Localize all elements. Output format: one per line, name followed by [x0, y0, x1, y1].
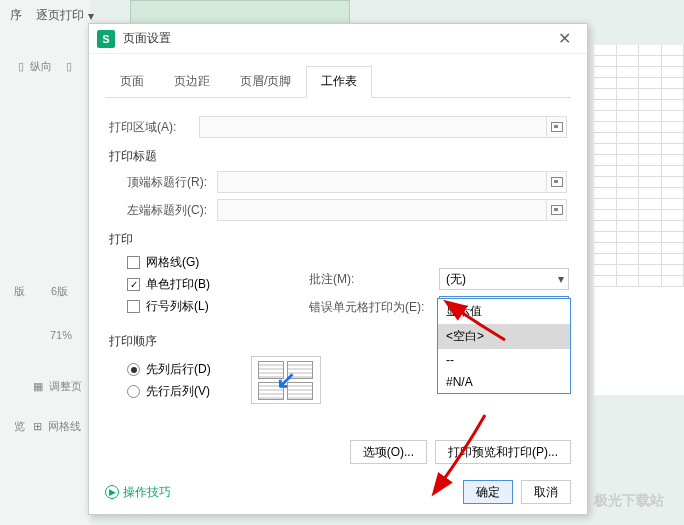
background-toolbar: 序 逐页打印 ▾ [10, 5, 100, 26]
top-title-row-label: 顶端标题行(R): [127, 174, 217, 191]
comments-select[interactable]: (无) [439, 268, 569, 290]
document-icon: ▯ [66, 60, 72, 73]
action-buttons: 选项(O)... 打印预览和打印(P)... [350, 440, 571, 464]
left-title-range-button[interactable] [547, 199, 567, 221]
comments-label: 批注(M): [309, 271, 439, 288]
toolbar-label: 序 [10, 7, 22, 24]
errors-dropdown-list: 显示值 <空白> -- #N/A [437, 298, 571, 394]
options-button[interactable]: 选项(O)... [350, 440, 427, 464]
print-titles-section: 打印标题 [109, 148, 567, 165]
print-order-diagram: ↙ [251, 356, 321, 404]
order-over-then-down-row[interactable]: 先行后列(V) [127, 383, 211, 400]
order-over-then-down-label: 先行后列(V) [146, 383, 210, 400]
grid-icon: ⊞ [33, 420, 42, 433]
close-button[interactable]: ✕ [549, 26, 579, 52]
tab-page[interactable]: 页面 [105, 66, 159, 97]
zoom-level[interactable]: 71% [42, 325, 80, 345]
dialog-titlebar: S 页面设置 ✕ [89, 24, 587, 54]
print-area-label: 打印区域(A): [109, 119, 199, 136]
order-down-then-over-label: 先列后行(D) [146, 361, 211, 378]
orientation-label: 纵向 [30, 59, 52, 74]
page-print-dropdown-label: 逐页打印 [36, 7, 84, 24]
rowcol-headings-checkbox-label: 行号列标(L) [146, 298, 209, 315]
errors-label: 错误单元格打印为(E): [309, 299, 439, 316]
monochrome-checkbox[interactable] [127, 278, 140, 291]
range-select-icon [551, 177, 563, 187]
print-area-input[interactable] [199, 116, 547, 138]
background-sidebar [0, 0, 90, 525]
top-title-range-button[interactable] [547, 171, 567, 193]
errors-option-blank[interactable]: <空白> [438, 324, 570, 349]
play-icon: ▶ [105, 485, 119, 499]
comments-select-value: (无) [446, 271, 466, 288]
errors-option-dashes[interactable]: -- [438, 349, 570, 371]
order-over-then-down-radio[interactable] [127, 385, 140, 398]
print-section: 打印 [109, 231, 567, 248]
gridlines-checkbox[interactable] [127, 256, 140, 269]
help-link[interactable]: ▶ 操作技巧 [105, 484, 171, 501]
dialog-tabs: 页面 页边距 页眉/页脚 工作表 [105, 66, 571, 98]
errors-option-display[interactable]: 显示值 [438, 299, 570, 324]
print-area-range-button[interactable] [547, 116, 567, 138]
monochrome-checkbox-label: 单色打印(B) [146, 276, 210, 293]
adjust-page-button[interactable]: ▦ 调整页 [25, 375, 90, 398]
layout-label: 版 6版 [6, 280, 76, 303]
errors-option-na[interactable]: #N/A [438, 371, 570, 393]
order-down-then-over-row[interactable]: 先列后行(D) [127, 361, 211, 378]
app-icon: S [97, 30, 115, 48]
gridlines-checkbox-label: 网格线(G) [146, 254, 199, 271]
help-link-label: 操作技巧 [123, 484, 171, 501]
dialog-footer: ▶ 操作技巧 确定 取消 [105, 480, 571, 504]
page-setup-dialog: S 页面设置 ✕ 页面 页边距 页眉/页脚 工作表 打印区域(A): 打印标题 … [88, 23, 588, 515]
orientation-portrait[interactable]: ▯ 纵向 ▯ [10, 55, 80, 78]
cancel-button[interactable]: 取消 [521, 480, 571, 504]
background-table [594, 45, 684, 395]
tab-header-footer[interactable]: 页眉/页脚 [225, 66, 306, 97]
close-icon: ✕ [558, 29, 571, 48]
gridlines-button[interactable]: ⊞ 网格线 [25, 415, 89, 438]
order-arrow-icon: ↙ [276, 366, 296, 394]
left-title-col-input[interactable] [217, 199, 547, 221]
watermark: 极光下载站 [594, 492, 664, 510]
ok-button[interactable]: 确定 [463, 480, 513, 504]
chevron-down-icon: ▾ [88, 9, 94, 23]
range-select-icon [551, 205, 563, 215]
dialog-title: 页面设置 [123, 30, 549, 47]
order-down-then-over-radio[interactable] [127, 363, 140, 376]
left-title-col-label: 左端标题列(C): [127, 202, 217, 219]
top-title-row-input[interactable] [217, 171, 547, 193]
preview-print-button[interactable]: 打印预览和打印(P)... [435, 440, 571, 464]
tab-worksheet[interactable]: 工作表 [306, 66, 372, 98]
document-icon: ▯ [18, 60, 24, 73]
grid-icon: ▦ [33, 380, 43, 393]
rowcol-headings-checkbox[interactable] [127, 300, 140, 313]
tab-margins[interactable]: 页边距 [159, 66, 225, 97]
range-select-icon [551, 122, 563, 132]
